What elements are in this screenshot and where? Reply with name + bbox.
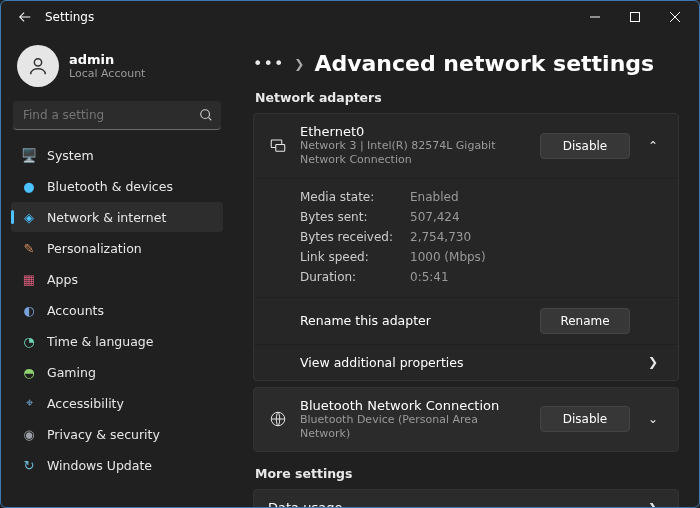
monitor-icon bbox=[268, 137, 288, 155]
detail-value: 1000 (Mbps) bbox=[410, 250, 486, 264]
user-name: admin bbox=[69, 52, 145, 67]
sidebar-item-label: Apps bbox=[47, 272, 78, 287]
sidebar-item-time[interactable]: ◔Time & language bbox=[11, 326, 223, 356]
chevron-right-icon: ❯ bbox=[294, 57, 304, 71]
section-network-adapters: Network adapters bbox=[255, 90, 679, 105]
bluetooth-icon: ● bbox=[21, 178, 37, 194]
detail-key: Media state: bbox=[300, 190, 410, 204]
detail-value: 507,424 bbox=[410, 210, 460, 224]
sidebar-item-update[interactable]: ↻Windows Update bbox=[11, 450, 223, 480]
search-icon bbox=[199, 107, 213, 126]
sidebar-item-accounts[interactable]: ◐Accounts bbox=[11, 295, 223, 325]
adapter-header[interactable]: Ethernet0Network 3 | Intel(R) 82574L Gig… bbox=[254, 114, 678, 178]
detail-value: Enabled bbox=[410, 190, 459, 204]
data-usage-label: Data usage bbox=[268, 500, 630, 507]
sidebar-item-label: Network & internet bbox=[47, 210, 166, 225]
search-box[interactable] bbox=[13, 101, 221, 130]
adapter-header[interactable]: Bluetooth Network ConnectionBluetooth De… bbox=[254, 388, 678, 452]
breadcrumb: ••• ❯ Advanced network settings bbox=[253, 51, 679, 76]
adapter-details: Media state:EnabledBytes sent:507,424Byt… bbox=[254, 178, 678, 297]
user-block[interactable]: admin Local Account bbox=[11, 39, 223, 101]
chevron-right-icon: ❯ bbox=[642, 355, 664, 369]
sidebar-item-label: Windows Update bbox=[47, 458, 152, 473]
sidebar-item-label: System bbox=[47, 148, 94, 163]
adapter-name: Bluetooth Network Connection bbox=[300, 398, 528, 413]
apps-icon: ▦ bbox=[21, 271, 37, 287]
avatar bbox=[17, 45, 59, 87]
window-title: Settings bbox=[45, 10, 94, 24]
sidebar-item-label: Personalization bbox=[47, 241, 142, 256]
rename-row: Rename this adapterRename bbox=[254, 297, 678, 344]
detail-value: 0:5:41 bbox=[410, 270, 449, 284]
content-pane: ••• ❯ Advanced network settings Network … bbox=[231, 33, 699, 507]
chevron-right-icon: ❯ bbox=[642, 501, 664, 507]
detail-key: Link speed: bbox=[300, 250, 410, 264]
time-icon: ◔ bbox=[21, 333, 37, 349]
maximize-button[interactable] bbox=[615, 3, 655, 31]
personalization-icon: ✎ bbox=[21, 240, 37, 256]
sidebar: admin Local Account 🖥️System●Bluetooth &… bbox=[1, 33, 231, 507]
close-button[interactable] bbox=[655, 3, 695, 31]
disable-button[interactable]: Disable bbox=[540, 133, 630, 159]
sidebar-item-network[interactable]: ◈Network & internet bbox=[11, 202, 223, 232]
adapter-desc: Bluetooth Device (Personal Area Network) bbox=[300, 413, 528, 442]
sidebar-item-gaming[interactable]: ◓Gaming bbox=[11, 357, 223, 387]
sidebar-item-label: Bluetooth & devices bbox=[47, 179, 173, 194]
privacy-icon: ◉ bbox=[21, 426, 37, 442]
breadcrumb-ellipsis[interactable]: ••• bbox=[253, 54, 284, 73]
sidebar-item-label: Accessibility bbox=[47, 396, 124, 411]
gaming-icon: ◓ bbox=[21, 364, 37, 380]
accessibility-icon: ⌖ bbox=[21, 395, 37, 411]
rename-button[interactable]: Rename bbox=[540, 308, 630, 334]
sidebar-item-accessibility[interactable]: ⌖Accessibility bbox=[11, 388, 223, 418]
svg-rect-5 bbox=[276, 144, 285, 151]
back-button[interactable] bbox=[11, 3, 39, 31]
detail-value: 2,754,730 bbox=[410, 230, 471, 244]
detail-key: Bytes received: bbox=[300, 230, 410, 244]
view-props-label: View additional properties bbox=[300, 355, 630, 370]
section-more-settings: More settings bbox=[255, 466, 679, 481]
view-props-row[interactable]: View additional properties❯ bbox=[254, 344, 678, 380]
svg-rect-1 bbox=[631, 13, 640, 22]
sidebar-item-label: Time & language bbox=[47, 334, 153, 349]
adapter-card-eth0: Ethernet0Network 3 | Intel(R) 82574L Gig… bbox=[253, 113, 679, 381]
disable-button[interactable]: Disable bbox=[540, 406, 630, 432]
sidebar-item-apps[interactable]: ▦Apps bbox=[11, 264, 223, 294]
sidebar-item-privacy[interactable]: ◉Privacy & security bbox=[11, 419, 223, 449]
chevron-up-icon[interactable]: ⌃ bbox=[642, 139, 664, 153]
detail-key: Duration: bbox=[300, 270, 410, 284]
network-icon: ◈ bbox=[21, 209, 37, 225]
sidebar-item-label: Gaming bbox=[47, 365, 96, 380]
nav-list: 🖥️System●Bluetooth & devices◈Network & i… bbox=[11, 140, 223, 480]
detail-key: Bytes sent: bbox=[300, 210, 410, 224]
more-data-usage-row[interactable]: Data usage ❯ bbox=[253, 489, 679, 507]
svg-point-2 bbox=[34, 59, 41, 66]
system-icon: 🖥️ bbox=[21, 147, 37, 163]
title-bar: Settings bbox=[1, 1, 699, 33]
accounts-icon: ◐ bbox=[21, 302, 37, 318]
minimize-button[interactable] bbox=[575, 3, 615, 31]
chevron-down-icon[interactable]: ⌄ bbox=[642, 412, 664, 426]
adapter-card-bt: Bluetooth Network ConnectionBluetooth De… bbox=[253, 387, 679, 453]
search-input[interactable] bbox=[13, 101, 221, 130]
adapter-name: Ethernet0 bbox=[300, 124, 528, 139]
globe-icon bbox=[268, 410, 288, 428]
sidebar-item-system[interactable]: 🖥️System bbox=[11, 140, 223, 170]
page-title: Advanced network settings bbox=[314, 51, 654, 76]
sidebar-item-label: Privacy & security bbox=[47, 427, 160, 442]
update-icon: ↻ bbox=[21, 457, 37, 473]
svg-point-3 bbox=[201, 110, 210, 119]
adapter-desc: Network 3 | Intel(R) 82574L Gigabit Netw… bbox=[300, 139, 528, 168]
sidebar-item-bluetooth[interactable]: ●Bluetooth & devices bbox=[11, 171, 223, 201]
rename-label: Rename this adapter bbox=[300, 313, 528, 328]
sidebar-item-personalization[interactable]: ✎Personalization bbox=[11, 233, 223, 263]
sidebar-item-label: Accounts bbox=[47, 303, 104, 318]
user-role: Local Account bbox=[69, 67, 145, 80]
